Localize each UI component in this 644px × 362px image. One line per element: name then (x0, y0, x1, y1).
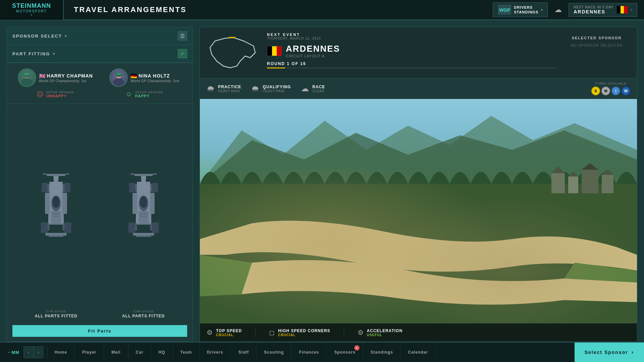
svg-rect-27 (64, 222, 71, 232)
driver2-name: NINA HOLTZ (139, 73, 170, 79)
nav-hq[interactable]: HQ (151, 343, 173, 362)
nav-drivers[interactable]: Drivers (200, 343, 231, 362)
car2-image (120, 107, 167, 310)
driver2-championship: World GP Championship: 2nd (130, 79, 179, 83)
driver1-column: 🇬🇧 HARRY CHAPMAN World GP Championship: … (12, 68, 98, 98)
circuit-map (207, 33, 260, 73)
driver1-avatar (18, 68, 36, 87)
selected-sponsor-label: SELECTED SPONSOR (570, 36, 624, 40)
driver2-flag: 🇩🇪 (130, 73, 137, 79)
qualifying-cond: HEAVY RAIN (263, 89, 291, 93)
driver1-flag: 🇬🇧 (39, 73, 46, 79)
logo-area: STEINMANN MOTORSPORT ≡ (0, 0, 64, 20)
svg-rect-16 (65, 173, 69, 174)
nav-standings[interactable]: Standings (363, 343, 401, 362)
driver2-opinion-label: SETUP OPINION (135, 91, 163, 94)
svg-rect-28 (46, 233, 67, 236)
fit-parts-button[interactable]: Fit Parts (12, 325, 187, 337)
nav-prev-button[interactable]: ‹ (23, 346, 34, 358)
logo-steinmann: STEINMANN (12, 3, 51, 9)
svg-rect-52 (150, 193, 155, 214)
practice-weather-icon: 🌧 (207, 84, 215, 93)
svg-text:WGP: WGP (499, 7, 510, 13)
part-fitting-label[interactable]: PART FITTING ▾ (12, 51, 55, 56)
nav-player[interactable]: Player (75, 343, 104, 362)
select-sponsor-label: Select Sponsor (585, 350, 628, 355)
cars-row: CAR STAUS ALL PARTS FITTED (7, 104, 193, 325)
driver2-opinion: ☺ SETUP OPINION HAPPY (125, 90, 163, 98)
nav-next-button[interactable]: › (34, 346, 44, 358)
svg-point-22 (52, 196, 60, 208)
main-content: SPONSOR SELECT ▾ PART FITTING ▾ (0, 20, 644, 342)
nav-left: ~ MM ‹ › (0, 346, 47, 358)
svg-rect-37 (153, 173, 157, 174)
svg-rect-14 (47, 174, 65, 176)
svg-rect-53 (140, 212, 147, 213)
car1-status-label: CAR STAUS (46, 310, 66, 313)
svg-point-8 (24, 72, 30, 76)
race-weather: ☁ RACE CLEAR (301, 84, 325, 93)
standings-button[interactable]: WGP DRIVERS STANDINGS ▾ (493, 2, 548, 17)
sponsor-select-label[interactable]: SPONSOR SELECT ▾ (12, 34, 67, 39)
weather-icon: ☁ (554, 5, 562, 14)
select-sponsor-button[interactable]: Select Sponsor › (575, 343, 644, 362)
nav-home[interactable]: Home (47, 343, 75, 362)
sponsors-badge: 4 (354, 345, 360, 351)
practice-cond: HEAVY RAIN (218, 89, 241, 93)
tyre-w: W (622, 87, 630, 95)
svg-point-10 (113, 78, 124, 86)
svg-rect-3 (180, 37, 184, 38)
driver1-info: 🇬🇧 HARRY CHAPMAN World GP Championship: … (12, 68, 98, 87)
select-sponsor-arrow: › (632, 349, 634, 355)
cornering-level: CRUCIAL (278, 333, 330, 337)
driver1-name-area: 🇬🇧 HARRY CHAPMAN World GP Championship: … (39, 73, 93, 83)
next-race-chevron: › (631, 7, 632, 12)
part-fitting-check-icon[interactable]: ✓ (178, 49, 187, 58)
svg-rect-35 (134, 174, 153, 176)
next-event-label: NEXT EVENT (267, 33, 556, 37)
round-progress-bar (267, 67, 556, 68)
practice-weather: 🌧 PRACTICE HEAVY RAIN (207, 84, 241, 93)
car1-column: CAR STAUS ALL PARTS FITTED (12, 107, 100, 322)
sponsor-dropdown-arrow: ▾ (65, 34, 67, 38)
race-label: RACE (312, 85, 325, 89)
svg-rect-54 (140, 214, 147, 215)
next-race-name: ARDENNES (574, 9, 613, 14)
event-name-row: ARDENNES CIRCUIT LAYOUT A (267, 44, 556, 58)
acceleration-name: ACCELERATION (367, 328, 402, 333)
driver1-championship: World GP Championship: 1st (39, 79, 93, 83)
nav-calendar[interactable]: Calendar (401, 343, 436, 362)
nav-scouting[interactable]: Scouting (257, 343, 291, 362)
belgium-flag (617, 6, 628, 13)
svg-rect-55 (140, 216, 147, 217)
nav-sponsors[interactable]: Sponsors 4 (327, 343, 363, 362)
nav-finances[interactable]: Finances (291, 343, 327, 362)
nav-car[interactable]: Car (128, 343, 151, 362)
drivers-row: 🇬🇧 HARRY CHAPMAN World GP Championship: … (7, 63, 193, 104)
svg-rect-40 (129, 183, 135, 192)
tyres-section: TYRES AVAILABLE S M I W (591, 82, 630, 95)
track-stat-topspeed: ⚙ TOP SPEED CRUCIAL (207, 328, 242, 337)
nav-staff[interactable]: Staff (231, 343, 257, 362)
part-fitting-arrow: ▾ (53, 52, 55, 56)
standings-dropdown-icon: ▾ (541, 8, 543, 12)
cornering-name: HIGH SPEED CORNERS (278, 328, 330, 333)
sponsor-config-icon[interactable] (178, 31, 187, 41)
nav-team[interactable]: Team (173, 343, 200, 362)
nav-items: Home Player Mail Car HQ Team Drivers Sta… (47, 343, 575, 362)
event-date: THURSDAY, MARCH 12, 2015 (267, 37, 556, 40)
car2-status: ALL PARTS FITTED (122, 314, 165, 318)
next-race-prefix: NEXT RACE IN 5 DAY (574, 5, 613, 9)
svg-rect-48 (152, 222, 159, 232)
svg-rect-31 (62, 193, 67, 214)
svg-rect-20 (65, 183, 70, 192)
topspeed-level: CRUCIAL (216, 333, 242, 337)
tyre-circles: S M I W (591, 87, 630, 95)
tyre-i: I (611, 87, 620, 95)
selected-sponsor-panel: SELECTED SPONSOR NO SPONSOR SELECTED (563, 33, 630, 51)
nav-mail[interactable]: Mail (104, 343, 128, 362)
driver2-avatar (109, 68, 128, 87)
page-title: TRAVEL ARRANGEMENTS (74, 5, 493, 14)
svg-rect-50 (136, 236, 151, 237)
event-info: NEXT EVENT THURSDAY, MARCH 12, 2015 ARDE… (267, 33, 556, 68)
